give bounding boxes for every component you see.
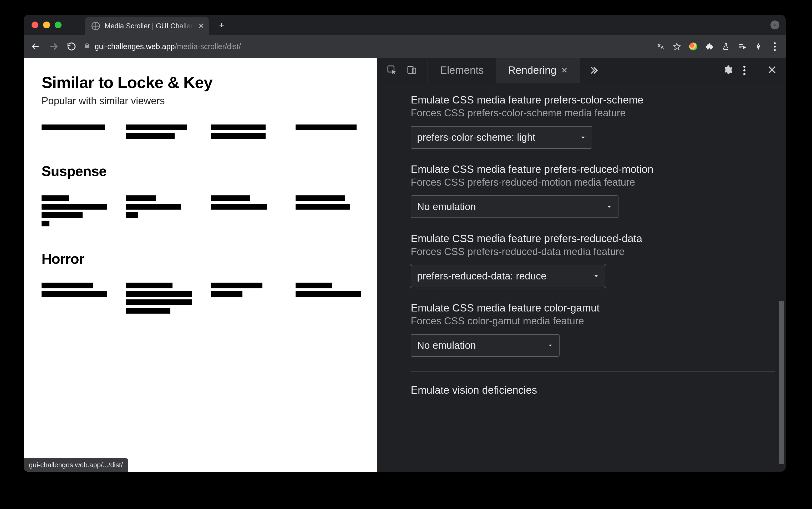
media-row[interactable]: [41, 195, 359, 227]
close-icon[interactable]: ✕: [561, 66, 568, 75]
globe-icon: [92, 22, 100, 30]
svg-marker-14: [595, 275, 598, 277]
address-bar[interactable]: gui-challenges.web.app/media-scroller/di…: [84, 42, 650, 51]
media-card[interactable]: [41, 125, 110, 139]
browser-window: Media Scroller | GUI Challenges ✕ +: [24, 15, 786, 472]
star-icon[interactable]: [672, 42, 682, 51]
translate-icon[interactable]: [656, 42, 665, 51]
rendering-panel[interactable]: Emulate CSS media feature prefers-color-…: [377, 83, 786, 472]
emulation-select[interactable]: prefers-reduced-data: reduce: [411, 265, 605, 287]
device-toggle-icon[interactable]: [407, 65, 417, 76]
window-zoom-button[interactable]: [55, 22, 62, 28]
emulation-select[interactable]: prefers-color-scheme: light: [411, 126, 592, 149]
emulation-select[interactable]: No emulation: [411, 195, 619, 218]
chevron-down-icon: [548, 342, 553, 348]
new-tab-button[interactable]: +: [216, 19, 228, 31]
svg-marker-13: [608, 206, 611, 207]
pen-icon[interactable]: [754, 42, 763, 51]
browser-tabbar: Media Scroller | GUI Challenges ✕ +: [24, 15, 786, 35]
chevron-down-icon: [593, 273, 599, 279]
window-close-button[interactable]: [32, 22, 38, 28]
forward-button[interactable]: [48, 41, 59, 52]
select-value: prefers-reduced-data: reduce: [417, 271, 546, 282]
group-title: Emulate CSS media feature prefers-reduce…: [411, 233, 786, 244]
playlist-icon[interactable]: [737, 42, 747, 51]
emulate-group: Emulate CSS media feature color-gamutFor…: [411, 302, 786, 357]
close-icon[interactable]: ✕: [198, 22, 204, 30]
extensions-icon[interactable]: [705, 42, 714, 51]
section-heading: Suspense: [41, 163, 359, 179]
section-horror: Horror: [41, 250, 359, 314]
media-card[interactable]: [126, 125, 195, 139]
tab-overflow-button[interactable]: [771, 21, 779, 29]
lock-icon: [84, 42, 90, 51]
group-description: Forces CSS prefers-color-scheme media fe…: [411, 107, 786, 119]
svg-marker-12: [582, 137, 585, 138]
svg-marker-6: [744, 46, 745, 48]
tabs-overflow-button[interactable]: [580, 58, 607, 83]
back-button[interactable]: [30, 41, 41, 52]
svg-marker-2: [674, 43, 680, 50]
emulate-vision-group: Emulate vision deficiencies: [411, 384, 786, 396]
browser-menu-button[interactable]: [770, 42, 779, 51]
group-title: Emulate vision deficiencies: [411, 384, 786, 396]
extension-colorwheel-icon[interactable]: [688, 42, 698, 51]
section-suspense: Suspense: [41, 163, 359, 227]
media-row[interactable]: [41, 125, 359, 139]
group-title: Emulate CSS media feature prefers-reduce…: [411, 163, 786, 175]
media-card[interactable]: [295, 282, 364, 314]
group-description: Forces CSS prefers-reduced-motion media …: [411, 177, 786, 188]
group-description: Forces CSS color-gamut media feature: [411, 315, 786, 327]
media-card[interactable]: [211, 195, 279, 227]
select-value: prefers-color-scheme: light: [417, 132, 535, 143]
webpage: Similar to Locke & Key Popular with simi…: [24, 58, 377, 472]
reload-button[interactable]: [66, 41, 77, 52]
url-path: /media-scroller/dist/: [175, 42, 241, 51]
emulate-group: Emulate CSS media feature prefers-reduce…: [411, 233, 786, 287]
scrollbar-thumb[interactable]: [779, 301, 784, 464]
media-card[interactable]: [211, 125, 279, 139]
group-description: Forces CSS prefers-reduced-data media fe…: [411, 246, 786, 258]
tab-rendering[interactable]: Rendering ✕: [496, 58, 580, 83]
group-title: Emulate CSS media feature color-gamut: [411, 302, 786, 314]
media-row[interactable]: [41, 282, 359, 314]
inspect-element-icon[interactable]: [386, 65, 397, 76]
section-subheading: Popular with similar viewers: [41, 95, 359, 107]
status-bar: gui-challenges.web.app/.../dist/: [24, 458, 128, 472]
media-card[interactable]: [126, 195, 195, 227]
tab-title: Media Scroller | GUI Challenges: [105, 22, 193, 30]
devtools-tabbar: Elements Rendering ✕: [377, 58, 786, 83]
close-icon[interactable]: [767, 65, 777, 76]
window-controls: [32, 22, 62, 28]
content-row: Similar to Locke & Key Popular with simi…: [24, 58, 786, 472]
emulate-group: Emulate CSS media feature prefers-reduce…: [411, 163, 786, 218]
chevron-down-icon: [606, 204, 612, 210]
media-card[interactable]: [211, 282, 279, 314]
window-minimize-button[interactable]: [43, 22, 50, 28]
emulate-group: Emulate CSS media feature prefers-color-…: [411, 94, 786, 149]
chevron-down-icon: [580, 134, 586, 140]
section-heading: Horror: [41, 250, 359, 267]
devtools-panel: Elements Rendering ✕: [377, 58, 786, 472]
browser-toolbar: gui-challenges.web.app/media-scroller/di…: [24, 35, 786, 58]
select-value: No emulation: [417, 340, 476, 351]
browser-tab[interactable]: Media Scroller | GUI Challenges ✕: [85, 17, 209, 35]
section-heading: Similar to Locke & Key: [41, 73, 359, 92]
media-card[interactable]: [295, 125, 364, 139]
gear-icon[interactable]: [722, 65, 733, 76]
media-card[interactable]: [295, 195, 364, 227]
group-title: Emulate CSS media feature prefers-color-…: [411, 94, 786, 106]
svg-marker-15: [549, 345, 552, 346]
media-card[interactable]: [41, 195, 110, 227]
section-similar: Similar to Locke & Key Popular with simi…: [41, 73, 359, 139]
media-card[interactable]: [41, 282, 110, 314]
url-host: gui-challenges.web.app: [95, 42, 175, 51]
divider: [411, 371, 775, 372]
tab-elements[interactable]: Elements: [428, 58, 496, 83]
toolbar-extensions: [656, 42, 779, 51]
select-value: No emulation: [417, 201, 476, 212]
emulation-select[interactable]: No emulation: [411, 334, 560, 357]
media-card[interactable]: [126, 282, 195, 314]
flask-icon[interactable]: [721, 42, 730, 51]
devtools-menu-button[interactable]: [743, 66, 746, 75]
